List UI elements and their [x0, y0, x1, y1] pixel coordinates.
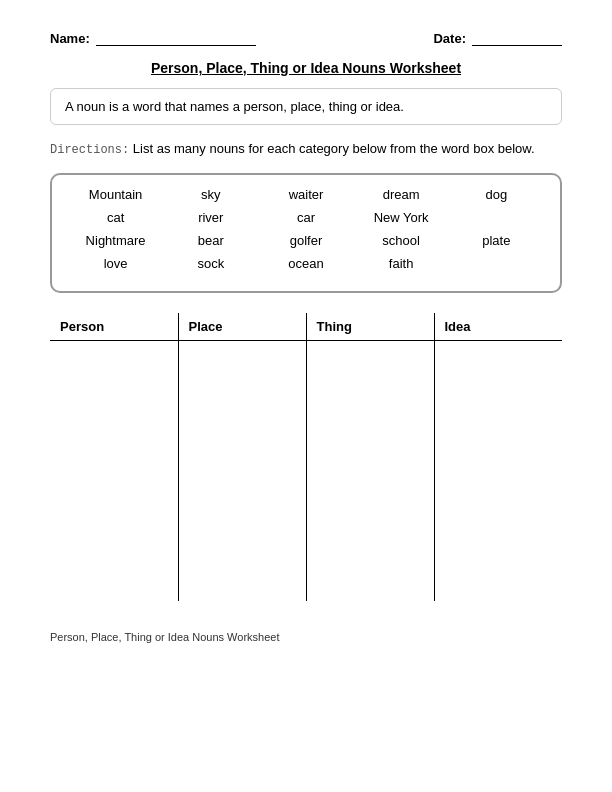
- word: cat: [81, 210, 151, 225]
- date-field: Date:: [433, 30, 562, 46]
- word: ocean: [271, 256, 341, 271]
- word: love: [81, 256, 151, 271]
- word: Mountain: [81, 187, 151, 202]
- word-row-4: love sock ocean faith: [68, 256, 544, 271]
- word: school: [366, 233, 436, 248]
- category-header-idea: Idea: [434, 313, 562, 341]
- word-row-2: cat river car New York: [68, 210, 544, 225]
- header-row: Name: Date:: [50, 30, 562, 46]
- word: faith: [366, 256, 436, 271]
- word-row-3: Nightmare bear golfer school plate: [68, 233, 544, 248]
- name-field: Name:: [50, 30, 256, 46]
- name-underline: [96, 30, 256, 46]
- word-row-1: Mountain sky waiter dream dog: [68, 187, 544, 202]
- word: [461, 256, 531, 271]
- footer-text: Person, Place, Thing or Idea Nouns Works…: [50, 631, 562, 643]
- category-thing-cell: [306, 341, 434, 601]
- word: [461, 210, 531, 225]
- date-label: Date:: [433, 31, 466, 46]
- word: plate: [461, 233, 531, 248]
- categories-header-row: Person Place Thing Idea: [50, 313, 562, 341]
- word: car: [271, 210, 341, 225]
- categories-table: Person Place Thing Idea: [50, 313, 562, 601]
- directions-label: Directions:: [50, 143, 129, 157]
- categories-body-row: [50, 341, 562, 601]
- word: river: [176, 210, 246, 225]
- worksheet-title: Person, Place, Thing or Idea Nouns Works…: [50, 60, 562, 76]
- word: Nightmare: [81, 233, 151, 248]
- definition-text: A noun is a word that names a person, pl…: [65, 99, 404, 114]
- word: sky: [176, 187, 246, 202]
- word: bear: [176, 233, 246, 248]
- word-box: Mountain sky waiter dream dog cat river …: [50, 173, 562, 293]
- category-header-thing: Thing: [306, 313, 434, 341]
- name-label: Name:: [50, 31, 90, 46]
- directions: Directions: List as many nouns for each …: [50, 139, 562, 159]
- word: sock: [176, 256, 246, 271]
- word: dream: [366, 187, 436, 202]
- category-header-place: Place: [178, 313, 306, 341]
- category-person-cell: [50, 341, 178, 601]
- directions-text: List as many nouns for each category bel…: [133, 141, 535, 156]
- category-idea-cell: [434, 341, 562, 601]
- word: waiter: [271, 187, 341, 202]
- definition-box: A noun is a word that names a person, pl…: [50, 88, 562, 125]
- word: dog: [461, 187, 531, 202]
- category-place-cell: [178, 341, 306, 601]
- word: New York: [366, 210, 436, 225]
- category-header-person: Person: [50, 313, 178, 341]
- date-underline: [472, 30, 562, 46]
- word: golfer: [271, 233, 341, 248]
